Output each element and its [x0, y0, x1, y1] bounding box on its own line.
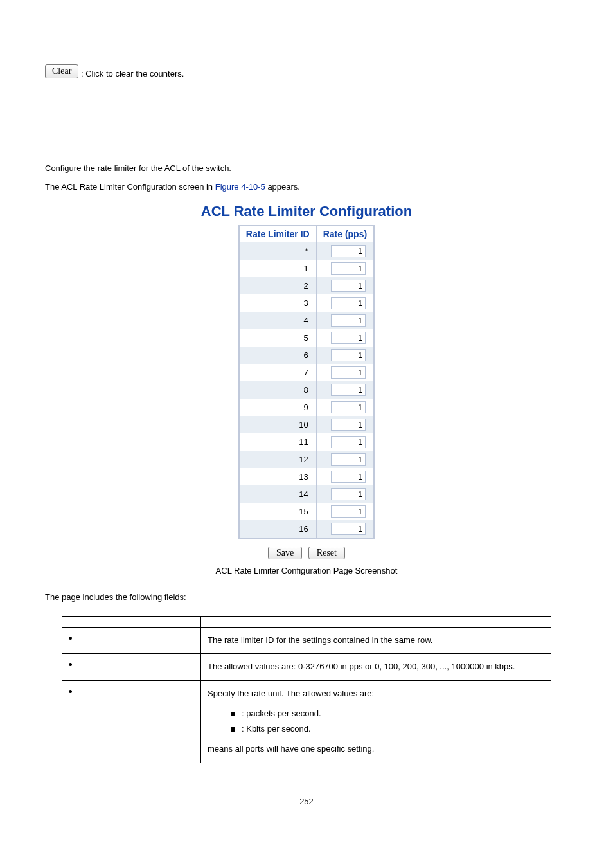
rate-id-cell: 7: [239, 364, 316, 381]
field-row-unit: Specify the rate unit. The allowed value…: [62, 680, 551, 763]
table-row: 8: [239, 381, 374, 399]
rate-id-cell: 6: [239, 347, 316, 364]
rate-value-cell: [316, 364, 374, 381]
intro-line-2-post: appears.: [265, 182, 300, 192]
rate-value-cell: [316, 468, 374, 485]
table-row: 2: [239, 277, 374, 294]
intro-line-2-pre: The ACL Rate Limiter Configuration scree…: [45, 182, 215, 192]
rate-input[interactable]: [331, 280, 366, 292]
rate-value-cell: [316, 451, 374, 468]
rate-input[interactable]: [331, 314, 366, 327]
square-bullet-icon: [231, 727, 235, 732]
rate-value-cell: [316, 416, 374, 433]
rate-id-cell: 16: [239, 520, 316, 538]
table-row: 10: [239, 416, 374, 433]
rate-input[interactable]: [331, 436, 366, 448]
table-row: 13: [239, 468, 374, 485]
table-row: 7: [239, 364, 374, 381]
intro-line-2: The ACL Rate Limiter Configuration scree…: [45, 181, 568, 194]
rate-value-cell: [316, 433, 374, 451]
rate-value-cell: [316, 399, 374, 416]
clear-button[interactable]: Clear: [45, 64, 78, 78]
field-table-header-row: [62, 615, 551, 627]
rate-id-cell: 10: [239, 416, 316, 433]
screenshot-caption: ACL Rate Limiter Configuration Page Scre…: [45, 566, 568, 575]
rate-input[interactable]: [331, 453, 366, 466]
field-header-object: [62, 615, 201, 627]
rate-input[interactable]: [331, 419, 366, 431]
table-row: 15: [239, 503, 374, 520]
rate-id-cell: 1: [239, 260, 316, 277]
rate-value-cell: [316, 503, 374, 520]
rate-input[interactable]: [331, 297, 366, 309]
rate-input[interactable]: [331, 523, 366, 535]
unit-desc-intro: Specify the rate unit. The allowed value…: [208, 686, 544, 702]
table-row: 11: [239, 433, 374, 451]
rate-id-cell: 14: [239, 485, 316, 503]
bullet-icon: [69, 690, 72, 693]
rate-id-cell: 8: [239, 381, 316, 399]
table-row: 1: [239, 260, 374, 277]
rate-value-cell: [316, 329, 374, 347]
table-row: 6: [239, 347, 374, 364]
unit-desc-outro: means all ports will have one specific s…: [208, 741, 544, 757]
rate-value-cell: [316, 312, 374, 329]
rate-value-cell: [316, 381, 374, 399]
rate-table-head-id: Rate Limiter ID: [239, 226, 316, 242]
rate-value-cell: [316, 260, 374, 277]
config-title: ACL Rate Limiter Configuration: [159, 203, 454, 220]
table-row: 5: [239, 329, 374, 347]
rate-value-cell: [316, 242, 374, 260]
field-row-rate: The allowed values are: 0-3276700 in pps…: [62, 654, 551, 681]
field-header-desc: [201, 615, 551, 627]
rate-id-cell: 9: [239, 399, 316, 416]
bullet-icon: [69, 637, 72, 640]
save-button[interactable]: Save: [268, 547, 302, 559]
field-desc-1: The rate limiter ID for the settings con…: [201, 627, 551, 654]
square-bullet-icon: [231, 712, 235, 716]
table-row: 16: [239, 520, 374, 538]
field-row-rate-limiter-id: The rate limiter ID for the settings con…: [62, 627, 551, 654]
unit-kbps-desc: : Kbits per second.: [242, 724, 311, 734]
rate-input[interactable]: [331, 471, 366, 483]
rate-id-cell: 2: [239, 277, 316, 294]
rate-id-cell: 4: [239, 312, 316, 329]
rate-value-cell: [316, 294, 374, 312]
rate-id-cell: 12: [239, 451, 316, 468]
rate-id-cell: 15: [239, 503, 316, 520]
rate-id-cell: 5: [239, 329, 316, 347]
rate-input[interactable]: [331, 262, 366, 275]
figure-link[interactable]: Figure 4-10-5: [215, 182, 265, 192]
rate-id-cell: 13: [239, 468, 316, 485]
reset-button[interactable]: Reset: [308, 547, 345, 559]
rate-input[interactable]: [331, 245, 366, 257]
table-row: 9: [239, 399, 374, 416]
field-desc-2: The allowed values are: 0-3276700 in pps…: [201, 654, 551, 681]
rate-value-cell: [316, 277, 374, 294]
rate-id-cell: 3: [239, 294, 316, 312]
rate-input[interactable]: [331, 505, 366, 518]
rate-table-head-rate: Rate (pps): [316, 226, 374, 242]
table-row: *: [239, 242, 374, 260]
rate-input[interactable]: [331, 366, 366, 379]
rate-id-cell: 11: [239, 433, 316, 451]
field-description-table: The rate limiter ID for the settings con…: [62, 615, 551, 764]
intro-line-1: Configure the rate limiter for the ACL o…: [45, 162, 568, 176]
rate-limiter-table: Rate Limiter ID Rate (pps) *123456789101…: [238, 225, 375, 539]
rate-input[interactable]: [331, 349, 366, 361]
table-row: 3: [239, 294, 374, 312]
page-number: 252: [45, 797, 568, 806]
table-row: 4: [239, 312, 374, 329]
rate-value-cell: [316, 347, 374, 364]
rate-id-cell: *: [239, 242, 316, 260]
rate-input[interactable]: [331, 401, 366, 413]
unit-pps-desc: : packets per second.: [242, 709, 321, 718]
rate-input[interactable]: [331, 488, 366, 500]
clear-description: : Click to clear the counters.: [81, 69, 184, 78]
table-row: 14: [239, 485, 374, 503]
rate-input[interactable]: [331, 384, 366, 396]
table-row: 12: [239, 451, 374, 468]
rate-input[interactable]: [331, 332, 366, 344]
rate-value-cell: [316, 520, 374, 538]
bullet-icon: [69, 663, 72, 666]
